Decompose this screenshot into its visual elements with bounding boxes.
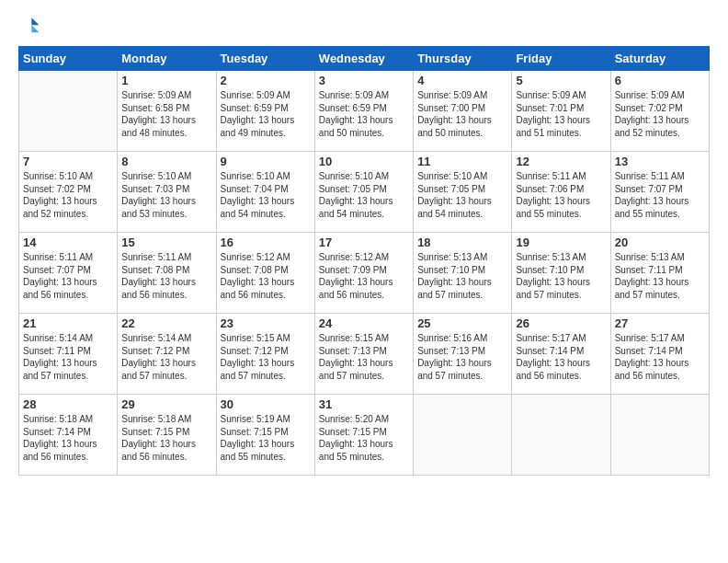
- cell-info: Sunrise: 5:11 AM Sunset: 7:07 PM Dayligh…: [615, 170, 705, 220]
- calendar-cell: [610, 395, 709, 476]
- cell-info: Sunrise: 5:10 AM Sunset: 7:03 PM Dayligh…: [121, 170, 211, 220]
- day-number: 22: [121, 316, 211, 330]
- cell-info: Sunrise: 5:19 AM Sunset: 7:15 PM Dayligh…: [221, 413, 311, 463]
- cell-info: Sunrise: 5:11 AM Sunset: 7:06 PM Dayligh…: [516, 170, 606, 220]
- day-number: 12: [516, 155, 606, 168]
- day-number: 7: [23, 155, 113, 168]
- calendar-cell: 4Sunrise: 5:09 AM Sunset: 7:00 PM Daylig…: [414, 71, 512, 152]
- page: SundayMondayTuesdayWednesdayThursdayFrid…: [0, 0, 728, 563]
- calendar-cell: 5Sunrise: 5:09 AM Sunset: 7:01 PM Daylig…: [512, 71, 610, 152]
- day-number: 17: [319, 236, 409, 249]
- svg-marker-0: [31, 17, 39, 25]
- calendar-cell: 13Sunrise: 5:11 AM Sunset: 7:07 PM Dayli…: [610, 152, 709, 233]
- day-number: 21: [23, 316, 113, 330]
- day-number: 1: [121, 74, 211, 87]
- day-number: 2: [221, 74, 311, 87]
- cell-info: Sunrise: 5:09 AM Sunset: 6:58 PM Dayligh…: [121, 89, 211, 139]
- calendar-cell: 21Sunrise: 5:14 AM Sunset: 7:11 PM Dayli…: [19, 314, 118, 395]
- cell-info: Sunrise: 5:20 AM Sunset: 7:15 PM Dayligh…: [319, 413, 409, 463]
- calendar-cell: 28Sunrise: 5:18 AM Sunset: 7:14 PM Dayli…: [19, 395, 118, 476]
- day-number: 8: [121, 155, 211, 168]
- cell-info: Sunrise: 5:12 AM Sunset: 7:09 PM Dayligh…: [319, 251, 409, 301]
- calendar-cell: 15Sunrise: 5:11 AM Sunset: 7:08 PM Dayli…: [118, 233, 216, 314]
- day-number: 13: [615, 155, 705, 168]
- calendar-cell: 29Sunrise: 5:18 AM Sunset: 7:15 PM Dayli…: [118, 395, 216, 476]
- logo-icon: [18, 15, 40, 37]
- header: [18, 15, 710, 37]
- calendar-body: 1Sunrise: 5:09 AM Sunset: 6:58 PM Daylig…: [19, 71, 710, 476]
- calendar-cell: 30Sunrise: 5:19 AM Sunset: 7:15 PM Dayli…: [216, 395, 314, 476]
- cell-info: Sunrise: 5:16 AM Sunset: 7:13 PM Dayligh…: [417, 332, 507, 382]
- calendar: SundayMondayTuesdayWednesdayThursdayFrid…: [18, 46, 710, 476]
- week-row-0: 1Sunrise: 5:09 AM Sunset: 6:58 PM Daylig…: [19, 71, 710, 152]
- calendar-cell: 2Sunrise: 5:09 AM Sunset: 6:59 PM Daylig…: [216, 71, 314, 152]
- day-number: 24: [319, 316, 409, 330]
- day-number: 30: [221, 397, 311, 411]
- calendar-cell: 12Sunrise: 5:11 AM Sunset: 7:06 PM Dayli…: [512, 152, 610, 233]
- day-number: 5: [516, 74, 606, 87]
- cell-info: Sunrise: 5:13 AM Sunset: 7:10 PM Dayligh…: [516, 251, 606, 301]
- calendar-cell: 18Sunrise: 5:13 AM Sunset: 7:10 PM Dayli…: [414, 233, 512, 314]
- calendar-cell: 14Sunrise: 5:11 AM Sunset: 7:07 PM Dayli…: [19, 233, 118, 314]
- cell-info: Sunrise: 5:13 AM Sunset: 7:11 PM Dayligh…: [615, 251, 705, 301]
- calendar-cell: 17Sunrise: 5:12 AM Sunset: 7:09 PM Dayli…: [314, 233, 413, 314]
- day-number: 3: [319, 74, 409, 87]
- calendar-cell: 24Sunrise: 5:15 AM Sunset: 7:13 PM Dayli…: [314, 314, 413, 395]
- cell-info: Sunrise: 5:18 AM Sunset: 7:14 PM Dayligh…: [23, 413, 113, 463]
- cell-info: Sunrise: 5:10 AM Sunset: 7:05 PM Dayligh…: [319, 170, 409, 220]
- week-row-3: 21Sunrise: 5:14 AM Sunset: 7:11 PM Dayli…: [19, 314, 710, 395]
- weekday-header-friday: Friday: [512, 47, 610, 71]
- calendar-cell: 1Sunrise: 5:09 AM Sunset: 6:58 PM Daylig…: [118, 71, 216, 152]
- cell-info: Sunrise: 5:12 AM Sunset: 7:08 PM Dayligh…: [221, 251, 311, 301]
- calendar-cell: 10Sunrise: 5:10 AM Sunset: 7:05 PM Dayli…: [314, 152, 413, 233]
- day-number: 6: [615, 74, 705, 87]
- calendar-cell: 23Sunrise: 5:15 AM Sunset: 7:12 PM Dayli…: [216, 314, 314, 395]
- week-row-4: 28Sunrise: 5:18 AM Sunset: 7:14 PM Dayli…: [19, 395, 710, 476]
- cell-info: Sunrise: 5:09 AM Sunset: 7:00 PM Dayligh…: [417, 89, 507, 139]
- week-row-1: 7Sunrise: 5:10 AM Sunset: 7:02 PM Daylig…: [19, 152, 710, 233]
- calendar-cell: 7Sunrise: 5:10 AM Sunset: 7:02 PM Daylig…: [19, 152, 118, 233]
- cell-info: Sunrise: 5:11 AM Sunset: 7:07 PM Dayligh…: [23, 251, 113, 301]
- calendar-cell: 27Sunrise: 5:17 AM Sunset: 7:14 PM Dayli…: [610, 314, 709, 395]
- calendar-cell: [414, 395, 512, 476]
- calendar-cell: [19, 71, 118, 152]
- day-number: 28: [23, 397, 113, 411]
- calendar-cell: 3Sunrise: 5:09 AM Sunset: 6:59 PM Daylig…: [314, 71, 413, 152]
- logo: [18, 15, 44, 37]
- cell-info: Sunrise: 5:14 AM Sunset: 7:12 PM Dayligh…: [121, 332, 211, 382]
- weekday-header-sunday: Sunday: [19, 47, 118, 71]
- calendar-cell: 19Sunrise: 5:13 AM Sunset: 7:10 PM Dayli…: [512, 233, 610, 314]
- calendar-cell: 26Sunrise: 5:17 AM Sunset: 7:14 PM Dayli…: [512, 314, 610, 395]
- day-number: 23: [221, 316, 311, 330]
- day-number: 11: [417, 155, 507, 168]
- weekday-header-wednesday: Wednesday: [314, 47, 413, 71]
- cell-info: Sunrise: 5:15 AM Sunset: 7:12 PM Dayligh…: [221, 332, 311, 382]
- cell-info: Sunrise: 5:10 AM Sunset: 7:05 PM Dayligh…: [417, 170, 507, 220]
- svg-marker-1: [31, 25, 39, 32]
- day-number: 26: [516, 316, 606, 330]
- week-row-2: 14Sunrise: 5:11 AM Sunset: 7:07 PM Dayli…: [19, 233, 710, 314]
- day-number: 16: [221, 236, 311, 249]
- cell-info: Sunrise: 5:18 AM Sunset: 7:15 PM Dayligh…: [121, 413, 211, 463]
- day-number: 15: [121, 236, 211, 249]
- weekday-header-monday: Monday: [118, 47, 216, 71]
- weekday-header-thursday: Thursday: [414, 47, 512, 71]
- cell-info: Sunrise: 5:15 AM Sunset: 7:13 PM Dayligh…: [319, 332, 409, 382]
- cell-info: Sunrise: 5:09 AM Sunset: 7:02 PM Dayligh…: [615, 89, 705, 139]
- calendar-cell: 6Sunrise: 5:09 AM Sunset: 7:02 PM Daylig…: [610, 71, 709, 152]
- cell-info: Sunrise: 5:17 AM Sunset: 7:14 PM Dayligh…: [615, 332, 705, 382]
- cell-info: Sunrise: 5:10 AM Sunset: 7:02 PM Dayligh…: [23, 170, 113, 220]
- cell-info: Sunrise: 5:09 AM Sunset: 6:59 PM Dayligh…: [319, 89, 409, 139]
- calendar-cell: [512, 395, 610, 476]
- cell-info: Sunrise: 5:09 AM Sunset: 6:59 PM Dayligh…: [221, 89, 311, 139]
- cell-info: Sunrise: 5:10 AM Sunset: 7:04 PM Dayligh…: [221, 170, 311, 220]
- weekday-header-saturday: Saturday: [610, 47, 709, 71]
- weekday-header-row: SundayMondayTuesdayWednesdayThursdayFrid…: [19, 47, 710, 71]
- cell-info: Sunrise: 5:14 AM Sunset: 7:11 PM Dayligh…: [23, 332, 113, 382]
- day-number: 14: [23, 236, 113, 249]
- calendar-cell: 16Sunrise: 5:12 AM Sunset: 7:08 PM Dayli…: [216, 233, 314, 314]
- cell-info: Sunrise: 5:11 AM Sunset: 7:08 PM Dayligh…: [121, 251, 211, 301]
- weekday-header-tuesday: Tuesday: [216, 47, 314, 71]
- day-number: 18: [417, 236, 507, 249]
- day-number: 25: [417, 316, 507, 330]
